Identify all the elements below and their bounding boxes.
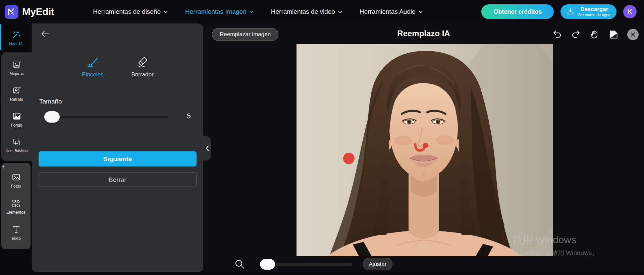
sidebar-item-fotos[interactable]: Fotos	[1, 173, 31, 189]
portrait-icon	[12, 86, 21, 95]
menu-label: Herramientas de video	[271, 8, 335, 15]
sidebar-item-fondo[interactable]: Fondo	[1, 112, 32, 128]
download-sublabel: Sin marca de agua	[578, 13, 610, 17]
magic-wand-icon	[11, 29, 21, 40]
windows-watermark-line1: 啟用 Windows	[513, 233, 576, 247]
undo-icon	[552, 29, 562, 40]
brush-size-value: 5	[182, 112, 196, 120]
download-icon	[567, 8, 575, 16]
menu-label: Herramientas de diseño	[93, 8, 161, 15]
photos-icon	[11, 173, 21, 182]
replace-image-label: Reemplazar imagen	[220, 31, 271, 38]
brush-icon	[87, 56, 99, 68]
left-sidebar: Herr. IA Mejoras Retrato	[0, 23, 32, 275]
sidebar-item-texto[interactable]: Texto	[1, 225, 31, 241]
text-icon	[11, 225, 21, 234]
arrow-left-icon	[40, 29, 50, 39]
pan-hand-button[interactable]	[590, 29, 600, 40]
menu-label: Herramientas Imagen	[185, 8, 247, 15]
next-button[interactable]: Siguiente	[39, 151, 197, 166]
menu-audio-tools[interactable]: Herramientas Audio	[360, 8, 423, 15]
magnifier-icon	[234, 259, 246, 270]
windows-watermark-line2: 移至 [設定] 以啟用 Windows。	[513, 249, 598, 257]
download-label: Descargar	[580, 6, 608, 13]
download-button[interactable]: Descargar Sin marca de agua	[560, 4, 616, 19]
brush-size-slider-thumb[interactable]	[44, 111, 60, 123]
canvas-zoom-slider-thumb[interactable]	[260, 259, 275, 270]
nav-actions: Obtener créditos Descargar Sin marca de …	[481, 4, 644, 19]
brand-area: MyEdit	[0, 5, 54, 19]
hand-icon	[590, 29, 600, 40]
background-icon	[12, 112, 21, 121]
panel-collapse-handle[interactable]	[203, 136, 211, 160]
canvas-toolbar	[552, 28, 639, 41]
sidebar-label: Retrato	[10, 97, 23, 102]
tab-pinceles[interactable]: Pinceles	[76, 56, 109, 78]
zoom-magnifier-button[interactable]	[234, 259, 246, 270]
sidebar-label: Herr. Básicas	[6, 149, 28, 153]
fit-label: Ajustar	[369, 261, 387, 267]
portrait-photo	[297, 44, 553, 256]
sidebar-tools-group: Mejoras Retrato Fondo	[1, 52, 32, 161]
top-navbar: MyEdit Herramientas de diseño Herramient…	[0, 0, 644, 23]
get-credits-label: Obtener créditos	[493, 8, 542, 15]
brush-size-slider-track[interactable]	[45, 116, 168, 118]
get-credits-button[interactable]: Obtener créditos	[481, 4, 554, 19]
menu-video-tools[interactable]: Herramientas de video	[271, 8, 342, 15]
chevron-down-icon	[419, 11, 423, 13]
user-avatar[interactable]: K	[623, 5, 637, 18]
next-label: Siguiente	[103, 155, 132, 162]
elements-icon	[11, 199, 21, 208]
chevron-down-icon	[250, 11, 254, 13]
logo-m-glyph	[7, 7, 16, 16]
download-text: Descargar Sin marca de agua	[578, 6, 610, 17]
chevron-left-icon	[205, 145, 209, 151]
redo-icon	[571, 29, 581, 40]
sidebar-item-herr-ia[interactable]: Herr. IA	[0, 23, 32, 52]
brand-name: MyEdit	[22, 6, 54, 17]
menu-design-tools[interactable]: Herramientas de diseño	[93, 8, 168, 15]
eraser-icon	[136, 56, 149, 68]
expand-plus-icon[interactable]: +	[2, 163, 6, 170]
menu-image-tools[interactable]: Herramientas Imagen	[185, 8, 254, 15]
sidebar-item-mejoras[interactable]: Mejoras	[1, 60, 32, 76]
menu-label: Herramientas Audio	[360, 8, 416, 15]
sidebar-item-herr-basicas[interactable]: Herr. Básicas	[1, 137, 32, 153]
edit-canvas-image[interactable]	[297, 44, 553, 256]
sidebar-item-elementos[interactable]: Elementos	[1, 199, 31, 215]
sidebar-media-group: Fotos Elementos Texto	[1, 163, 31, 249]
avatar-initial: K	[628, 8, 632, 15]
tool-options-panel: Pinceles Borrador Tamaño 5 Siguiente Bor…	[32, 23, 203, 272]
sidebar-label: Mejoras	[9, 71, 24, 76]
tab-borrador[interactable]: Borrador	[126, 56, 159, 78]
sidebar-label: Texto	[11, 236, 21, 241]
chevron-down-icon	[338, 11, 342, 13]
close-button[interactable]	[627, 29, 639, 40]
brush-tabs: Pinceles Borrador	[32, 56, 203, 78]
myedit-logo-icon[interactable]	[5, 5, 18, 19]
undo-button[interactable]	[552, 29, 562, 40]
sidebar-label: Fondo	[11, 123, 22, 128]
tool-title: Reemplazo IA	[397, 29, 450, 38]
close-icon	[630, 32, 636, 37]
sidebar-label: Herr. IA	[9, 42, 23, 46]
compare-button[interactable]	[608, 29, 619, 40]
compare-icon	[608, 29, 619, 40]
back-button[interactable]	[40, 29, 51, 40]
app: MyEdit Herramientas de diseño Herramient…	[0, 0, 644, 275]
clear-label: Borrar	[109, 176, 126, 183]
fit-button[interactable]: Ajustar	[363, 258, 392, 270]
layers-icon	[12, 137, 21, 147]
sidebar-label: Elementos	[6, 210, 25, 215]
tab-label: Borrador	[131, 71, 153, 78]
image-enhance-icon	[12, 60, 21, 69]
tab-label: Pinceles	[82, 71, 103, 78]
size-label: Tamaño	[39, 98, 62, 105]
sidebar-label: Fotos	[11, 184, 21, 189]
chevron-down-icon	[164, 11, 168, 13]
sidebar-item-retrato[interactable]: Retrato	[1, 86, 32, 102]
main-menu: Herramientas de diseño Herramientas Imag…	[93, 8, 422, 15]
replace-image-button[interactable]: Reemplazar imagen	[212, 28, 278, 41]
redo-button[interactable]	[571, 29, 581, 40]
clear-button[interactable]: Borrar	[39, 173, 197, 187]
